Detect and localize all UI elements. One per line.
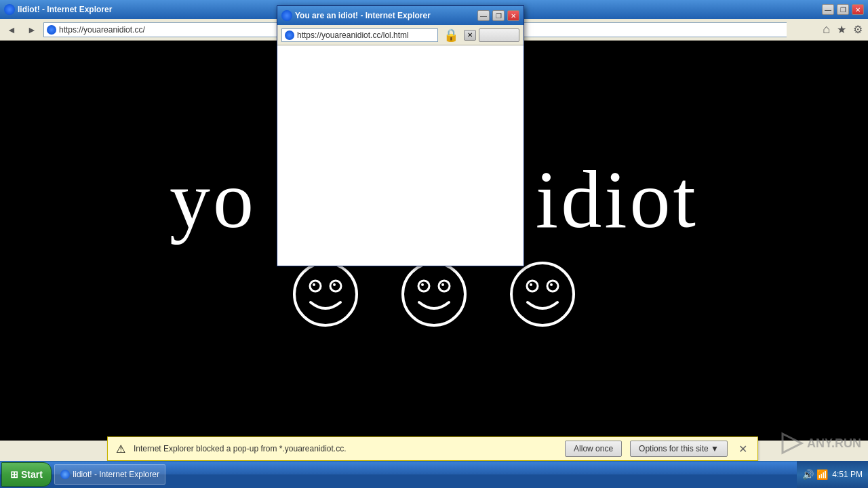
start-button[interactable]: ⊞ Start bbox=[1, 462, 52, 487]
windows-logo: ⊞ bbox=[10, 469, 18, 480]
popup-toolbar-input[interactable] bbox=[479, 28, 519, 42]
popup-restore-button[interactable]: ❐ bbox=[492, 10, 505, 21]
ie-icon bbox=[4, 4, 15, 15]
bg-forward-button[interactable]: ► bbox=[23, 22, 41, 38]
taskbar-item-label: Iidiot! - Internet Explorer bbox=[73, 470, 159, 479]
anyrun-text: ANY.RUN bbox=[807, 436, 861, 451]
notification-message-text: Internet Explorer blocked a pop-up from … bbox=[134, 444, 347, 453]
notification-icon: ⚠ bbox=[116, 443, 125, 455]
svg-point-10 bbox=[511, 263, 574, 325]
popup-lock-icon: 🔒 bbox=[443, 28, 458, 43]
smiley-1 bbox=[292, 260, 359, 328]
popup-address-bar[interactable]: https://youareanidiot.cc/lol.html bbox=[281, 28, 438, 42]
bg-address-icon bbox=[47, 25, 56, 35]
svg-point-5 bbox=[403, 263, 465, 325]
svg-point-0 bbox=[294, 263, 357, 325]
svg-point-2 bbox=[330, 281, 341, 291]
smiley-2 bbox=[400, 260, 468, 328]
taskbar: ⊞ Start Iidiot! - Internet Explorer 🔊 📶 … bbox=[0, 461, 868, 488]
svg-point-13 bbox=[530, 283, 532, 286]
popup-titlebar: You are an idiot! - Internet Explorer — … bbox=[277, 6, 524, 25]
taskbar-time: 4:51 PM bbox=[832, 470, 863, 479]
text-left: yo bbox=[170, 153, 256, 247]
favorites-icon[interactable]: ★ bbox=[837, 23, 846, 36]
popup-browser-title: You are an idiot! - Internet Explorer bbox=[295, 11, 475, 20]
popup-ie-icon bbox=[281, 10, 292, 21]
svg-point-4 bbox=[333, 283, 336, 286]
notification-text: Internet Explorer blocked a pop-up from … bbox=[134, 444, 557, 453]
tray-icons: 🔊 📶 bbox=[802, 469, 828, 480]
notification-bar: ⚠ Internet Explorer blocked a pop-up fro… bbox=[107, 436, 758, 461]
notification-close-button[interactable]: ✕ bbox=[736, 442, 749, 455]
popup-minimize-button[interactable]: — bbox=[477, 10, 490, 21]
svg-point-3 bbox=[313, 283, 315, 286]
bg-close-button[interactable]: ✕ bbox=[852, 4, 864, 15]
home-icon[interactable]: ⌂ bbox=[823, 22, 830, 37]
smiley-row bbox=[292, 260, 576, 328]
popup-browser-window: You are an idiot! - Internet Explorer — … bbox=[277, 5, 524, 266]
svg-point-8 bbox=[421, 283, 424, 286]
bg-right-toolbar: ⌂ ★ ⚙ bbox=[787, 19, 868, 41]
svg-point-7 bbox=[439, 281, 450, 291]
bg-back-button[interactable]: ◄ bbox=[3, 22, 20, 38]
svg-point-14 bbox=[550, 283, 553, 286]
popup-addr-icon bbox=[285, 30, 294, 40]
taskbar-ie-icon bbox=[60, 470, 70, 479]
popup-toolbar-close[interactable]: ✕ bbox=[464, 30, 476, 41]
anyrun-watermark: ANY.RUN bbox=[780, 431, 861, 455]
svg-marker-15 bbox=[783, 434, 802, 453]
taskbar-programs: Iidiot! - Internet Explorer bbox=[52, 464, 797, 485]
options-for-site-button[interactable]: Options for this site ▼ bbox=[630, 441, 728, 457]
anyrun-logo-icon bbox=[780, 431, 804, 455]
allow-once-button[interactable]: Allow once bbox=[565, 441, 622, 457]
svg-point-12 bbox=[547, 281, 558, 291]
popup-close-button[interactable]: ✕ bbox=[507, 10, 519, 21]
text-right: idiot bbox=[536, 153, 698, 247]
svg-point-9 bbox=[441, 283, 444, 286]
settings-icon[interactable]: ⚙ bbox=[853, 23, 863, 36]
svg-point-1 bbox=[310, 281, 321, 291]
popup-content bbox=[277, 45, 524, 266]
bg-restore-button[interactable]: ❐ bbox=[837, 4, 849, 15]
svg-point-6 bbox=[418, 281, 429, 291]
taskbar-item-browser[interactable]: Iidiot! - Internet Explorer bbox=[54, 464, 165, 485]
svg-point-11 bbox=[527, 281, 538, 291]
smiley-3 bbox=[509, 260, 576, 328]
taskbar-tray: 🔊 📶 4:51 PM bbox=[797, 461, 868, 488]
popup-address-text: https://youareanidiot.cc/lol.html bbox=[297, 30, 435, 40]
start-label: Start bbox=[21, 469, 43, 480]
bg-minimize-button[interactable]: — bbox=[822, 4, 834, 15]
popup-toolbar: https://youareanidiot.cc/lol.html 🔒 ✕ bbox=[277, 25, 524, 45]
